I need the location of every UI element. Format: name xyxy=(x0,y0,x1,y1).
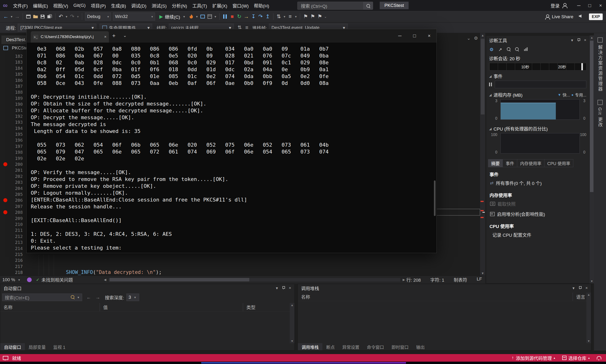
gutter-row[interactable]: 188 xyxy=(0,89,25,95)
menu-item[interactable]: 调试(D) xyxy=(129,0,149,11)
gutter-row[interactable]: 189 xyxy=(0,95,25,101)
breakpoint-margin[interactable] xyxy=(0,149,10,155)
gutter-row[interactable]: 217 xyxy=(0,263,25,269)
scroll-up-icon[interactable]: ▲ xyxy=(290,303,295,307)
stop-debugging-icon[interactable]: ■ xyxy=(229,12,236,21)
panel-tab[interactable]: 命令窗口 xyxy=(363,343,388,350)
editor-vertical-scrollbar[interactable]: ▲ ▼ xyxy=(480,33,485,275)
diagnostics-tab[interactable]: CPU 使用率 xyxy=(544,159,573,167)
record-cpu-link[interactable]: 记录 CPU 配置文件 xyxy=(486,230,589,240)
menu-item[interactable]: 帮助(H) xyxy=(251,0,272,11)
column-header-name[interactable]: 名称 xyxy=(298,293,573,301)
gutter-row[interactable]: 204 xyxy=(0,185,25,191)
column-header-name[interactable]: 名称 xyxy=(0,303,100,311)
callstack-scrollbar[interactable]: ▲ ▼ xyxy=(586,293,591,343)
scroll-up-icon[interactable]: ▲ xyxy=(589,36,594,39)
scrollbar-thumb[interactable] xyxy=(590,41,593,192)
eol-indicator[interactable]: LF xyxy=(477,276,482,283)
menu-item[interactable]: 项目(P) xyxy=(88,0,108,11)
diagnostics-tab[interactable]: 摘要 xyxy=(488,159,503,167)
gutter-row[interactable]: 182 xyxy=(0,53,25,59)
undo-icon[interactable]: ↶ xyxy=(57,12,64,21)
panel-tab[interactable]: 输出 xyxy=(412,343,429,350)
live-share-button[interactable]: Live Share xyxy=(545,14,573,19)
gutter-row[interactable]: 195 xyxy=(0,131,25,137)
watch-window-icon[interactable]: ≡ xyxy=(287,12,294,21)
gutter-row[interactable]: 206 xyxy=(0,197,25,203)
gutter-row[interactable]: 214 xyxy=(0,246,25,251)
gutter-row[interactable]: 191 xyxy=(0,107,25,113)
breakpoint-margin[interactable] xyxy=(0,83,10,89)
scroll-right-icon[interactable]: ▶ xyxy=(401,278,406,281)
menu-item[interactable]: 窗口(W) xyxy=(230,0,251,11)
breakpoint-margin[interactable] xyxy=(0,251,10,257)
user-avatar-icon[interactable] xyxy=(562,3,567,8)
filter-funnel-icon[interactable]: ▼ xyxy=(558,93,561,97)
step-over-icon[interactable]: ↷ xyxy=(257,12,264,21)
autos-scrollbar[interactable]: ▲ ▼ xyxy=(290,303,295,343)
gutter-row[interactable]: 183 xyxy=(0,59,25,65)
git-changes-vertical-tab[interactable]: Git 更改 xyxy=(597,100,603,128)
menu-item[interactable]: 视图(V) xyxy=(51,0,71,11)
breakpoint-margin[interactable] xyxy=(0,125,10,131)
snapshot-filter-label[interactable]: 快... xyxy=(563,92,570,98)
breakpoint-margin[interactable] xyxy=(0,156,10,161)
scroll-up-icon[interactable]: ▲ xyxy=(586,293,591,296)
debug-windows-icon[interactable] xyxy=(206,12,213,21)
breakpoint-margin[interactable] xyxy=(0,215,10,221)
menu-item[interactable]: 扩展(X) xyxy=(210,0,230,11)
menu-item[interactable]: Git(G) xyxy=(71,0,88,11)
breakpoint-margin[interactable] xyxy=(0,53,10,59)
events-section-header[interactable]: ◢ 事件 xyxy=(486,70,589,80)
breakpoint-margin[interactable] xyxy=(0,89,10,95)
maximize-button[interactable]: □ xyxy=(584,0,595,11)
gutter-row[interactable]: 197 xyxy=(0,143,25,149)
gutter-row[interactable]: 186 xyxy=(0,77,25,83)
code-health-icon[interactable] xyxy=(27,277,32,282)
chevron-down-icon[interactable]: ▾ xyxy=(213,12,217,21)
search-icon[interactable] xyxy=(71,295,74,300)
gutter-row[interactable]: 187 xyxy=(0,83,25,89)
gutter-row[interactable]: 184 xyxy=(0,65,25,71)
close-icon[interactable]: × xyxy=(584,38,586,43)
console-scrollbar[interactable] xyxy=(434,181,436,216)
private-bytes-label[interactable]: 专用... xyxy=(575,92,586,98)
tab-dropdown-icon[interactable]: ⌄ xyxy=(123,33,127,38)
solution-configuration-combo[interactable]: Debug ▾ xyxy=(85,13,111,21)
notifications-bell-icon[interactable] xyxy=(597,356,601,360)
diagnostics-tab[interactable]: 内存使用率 xyxy=(517,159,544,167)
settings-gear-icon[interactable]: ⚙ xyxy=(489,47,494,52)
breakpoint-margin[interactable] xyxy=(0,234,10,239)
scroll-down-icon[interactable]: ▼ xyxy=(480,272,485,275)
close-icon[interactable]: × xyxy=(289,286,291,290)
tabs-indicator[interactable]: 制表符 xyxy=(454,276,467,283)
console-maximize-button[interactable]: □ xyxy=(407,29,422,43)
editor-gutter[interactable]: 182 183 184 185 xyxy=(0,53,25,275)
zoom-in-icon[interactable] xyxy=(507,47,510,52)
breakpoint-margin[interactable] xyxy=(0,197,10,203)
breakpoint-margin[interactable] xyxy=(0,221,10,227)
panel-tab[interactable]: 监视 1 xyxy=(50,343,69,350)
redo-dropdown-icon[interactable]: ▾ xyxy=(76,12,80,21)
timeline-ruler[interactable]: 10秒 20秒 xyxy=(489,63,586,70)
cpu-section-header[interactable]: ◢ CPU (所有处理器的百分比) xyxy=(486,123,589,132)
gutter-row[interactable]: 216 xyxy=(0,257,25,263)
breakpoint-margin[interactable] xyxy=(0,209,10,215)
column-header-type[interactable]: 类型 xyxy=(243,303,295,311)
show-next-statement-icon[interactable]: → xyxy=(243,12,250,21)
all-events-link[interactable]: ⇄ 所有事件(0 个, 共 0 个) xyxy=(486,178,589,188)
panel-tab[interactable]: 异常设置 xyxy=(338,343,363,350)
menu-item[interactable]: 测试(S) xyxy=(149,0,169,11)
breakpoint-margin[interactable] xyxy=(0,239,10,245)
breakpoint-margin[interactable] xyxy=(0,131,10,137)
scroll-up-icon[interactable]: ▲ xyxy=(480,34,485,37)
breakpoint-margin[interactable] xyxy=(0,185,10,191)
breakpoint-margin[interactable] xyxy=(0,71,10,77)
new-tab-icon[interactable]: + xyxy=(112,32,116,39)
zoom-control[interactable]: 100 % ▾ xyxy=(2,275,21,284)
immediate-window-icon[interactable]: ⇅ xyxy=(275,12,283,21)
new-project-icon[interactable] xyxy=(25,12,32,21)
gutter-row[interactable]: 185 xyxy=(0,71,25,77)
breakpoint-margin[interactable] xyxy=(0,263,10,269)
breakpoint-margin[interactable] xyxy=(0,143,10,149)
